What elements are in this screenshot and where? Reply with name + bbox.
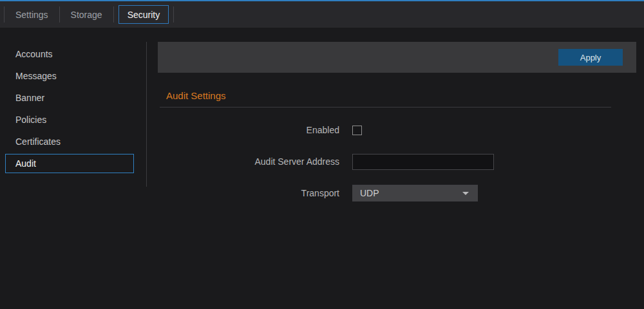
audit-server-address-label: Audit Server Address — [158, 156, 339, 167]
page-title: Audit Settings — [166, 90, 636, 101]
enabled-label: Enabled — [158, 125, 339, 135]
transport-dropdown[interactable]: UDP — [352, 185, 478, 201]
transport-row: Transport UDP — [158, 183, 636, 203]
sidebar-item-banner[interactable]: Banner — [5, 88, 134, 108]
action-toolbar: Apply — [158, 42, 636, 73]
tab-storage[interactable]: Storage — [60, 1, 113, 28]
audit-settings-form: Enabled Audit Server Address Transport U… — [158, 120, 636, 203]
sidebar-item-policies[interactable]: Policies — [5, 110, 134, 129]
transport-label: Transport — [158, 188, 339, 198]
top-tab-bar: Settings Storage Security — [0, 0, 644, 28]
tab-security[interactable]: Security — [118, 5, 169, 24]
apply-button[interactable]: Apply — [558, 49, 623, 66]
sidebar: Accounts Messages Banner Policies Certif… — [0, 28, 147, 176]
audit-server-address-input[interactable] — [352, 154, 494, 170]
audit-server-address-row: Audit Server Address — [158, 152, 636, 171]
sidebar-item-certificates[interactable]: Certificates — [5, 132, 134, 151]
sidebar-item-messages[interactable]: Messages — [5, 66, 134, 86]
transport-selected-value: UDP — [360, 188, 379, 198]
sidebar-content-divider — [146, 42, 147, 187]
enabled-checkbox[interactable] — [352, 126, 362, 135]
tab-divider — [113, 6, 114, 23]
enabled-row: Enabled — [158, 120, 636, 140]
sidebar-item-audit[interactable]: Audit — [5, 154, 134, 173]
tab-divider — [173, 6, 174, 23]
tab-settings[interactable]: Settings — [5, 1, 59, 28]
heading-divider — [160, 107, 611, 108]
main-content: Apply Audit Settings Enabled Audit Serve… — [158, 28, 636, 215]
chevron-down-icon — [462, 192, 469, 195]
sidebar-item-accounts[interactable]: Accounts — [5, 44, 134, 64]
